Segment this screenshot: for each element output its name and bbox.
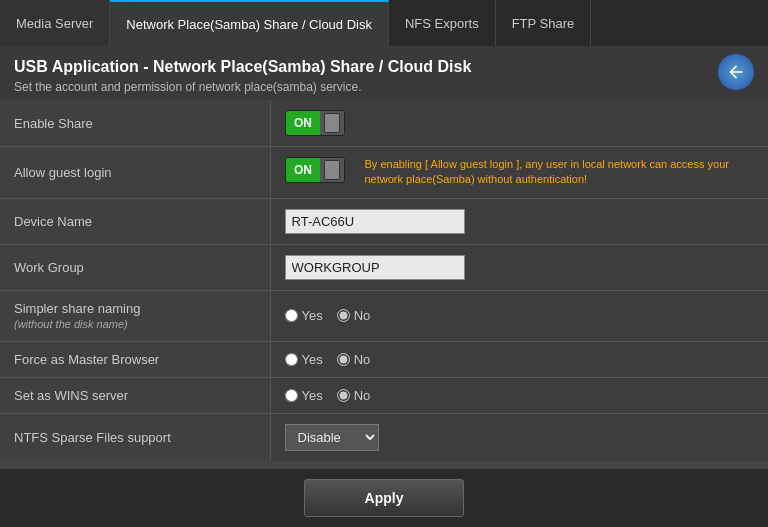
radio-wins-yes[interactable]: Yes [285,388,323,403]
radio-simpler-yes[interactable]: Yes [285,308,323,323]
settings-table: Enable Share ON Allow guest login [0,100,768,461]
page-title: USB Application - Network Place(Samba) S… [14,58,471,76]
row-wins-server: Set as WINS server Yes No [0,377,768,413]
label-allow-guest: Allow guest login [0,147,270,199]
radio-wins-no-input[interactable] [337,389,350,402]
radio-simpler-yes-input[interactable] [285,309,298,322]
radio-wins-no[interactable]: No [337,388,371,403]
toggle-enable-share[interactable]: ON [285,110,755,136]
row-simpler-share: Simpler share naming (without the disk n… [0,290,768,341]
radio-wins-yes-input[interactable] [285,389,298,402]
value-work-group [270,244,768,290]
apply-area: Apply [0,469,768,527]
radio-master-no-input[interactable] [337,353,350,366]
radio-master-yes-input[interactable] [285,353,298,366]
back-button[interactable] [718,54,754,90]
value-allow-guest: ON By enabling [ Allow guest login ], an… [270,147,768,199]
header-text: USB Application - Network Place(Samba) S… [14,58,471,94]
work-group-input[interactable] [285,255,465,280]
radio-group-master-browser: Yes No [285,352,755,367]
tab-nfs-exports[interactable]: NFS Exports [389,0,496,46]
form-area: Enable Share ON Allow guest login [0,100,768,469]
toggle-handle-guest [320,158,343,182]
row-work-group: Work Group [0,244,768,290]
guest-warning: By enabling [ Allow guest login ], any u… [365,157,745,188]
value-ntfs-sparse: Disable Enable [270,413,768,461]
row-allow-guest: Allow guest login ON By enabling [ Allow… [0,147,768,199]
row-device-name: Device Name [0,198,768,244]
toggle-switch-allow-guest[interactable]: ON [285,157,345,183]
row-force-master-browser: Force as Master Browser Yes No [0,341,768,377]
toggle-on-label-guest: ON [286,158,321,182]
tab-samba-share[interactable]: Network Place(Samba) Share / Cloud Disk [110,0,389,46]
radio-master-yes[interactable]: Yes [285,352,323,367]
toggle-handle [320,111,343,135]
toggle-on-label: ON [286,111,321,135]
radio-group-wins: Yes No [285,388,755,403]
label-enable-share: Enable Share [0,100,270,147]
main-content: USB Application - Network Place(Samba) S… [0,46,768,527]
tab-ftp-share[interactable]: FTP Share [496,0,592,46]
device-name-input[interactable] [285,209,465,234]
tab-media-server[interactable]: Media Server [0,0,110,46]
value-device-name [270,198,768,244]
value-enable-share: ON [270,100,768,147]
back-icon [726,62,746,82]
apply-button[interactable]: Apply [304,479,465,517]
page-header: USB Application - Network Place(Samba) S… [0,46,768,100]
label-device-name: Device Name [0,198,270,244]
label-force-master-browser: Force as Master Browser [0,341,270,377]
value-force-master-browser: Yes No [270,341,768,377]
value-simpler-share: Yes No [270,290,768,341]
value-wins-server: Yes No [270,377,768,413]
row-enable-share: Enable Share ON [0,100,768,147]
label-work-group: Work Group [0,244,270,290]
label-ntfs-sparse: NTFS Sparse Files support [0,413,270,461]
label-simpler-share: Simpler share naming (without the disk n… [0,290,270,341]
radio-group-simpler-share: Yes No [285,308,755,323]
toggle-allow-guest[interactable]: ON [285,157,345,183]
tab-bar: Media Server Network Place(Samba) Share … [0,0,768,46]
ntfs-sparse-select[interactable]: Disable Enable [285,424,379,451]
radio-master-no[interactable]: No [337,352,371,367]
row-ntfs-sparse: NTFS Sparse Files support Disable Enable [0,413,768,461]
radio-simpler-no-input[interactable] [337,309,350,322]
toggle-switch-enable-share[interactable]: ON [285,110,345,136]
label-wins-server: Set as WINS server [0,377,270,413]
radio-simpler-no[interactable]: No [337,308,371,323]
page-subtitle: Set the account and permission of networ… [14,80,471,94]
